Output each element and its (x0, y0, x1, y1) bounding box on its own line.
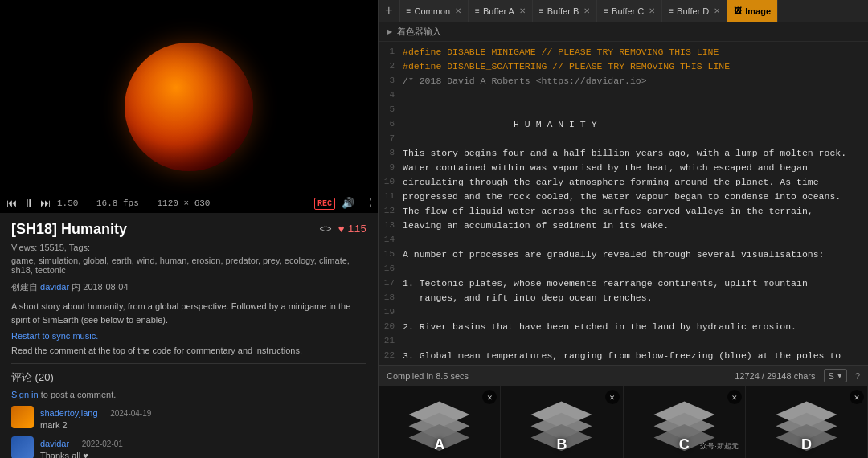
code-line: 8This story begins four and a half billi… (379, 146, 868, 161)
line-number: 11 (379, 190, 403, 203)
line-number: 13 (379, 219, 403, 232)
line-content: progressed and the rock cooled, the wate… (403, 190, 868, 203)
skip-back-button[interactable]: ⏮ (6, 198, 17, 210)
status-dropdown[interactable]: S ▾ (824, 369, 847, 382)
heart-icon[interactable]: ♥ (338, 223, 345, 235)
restart-link[interactable]: Restart to sync music. (11, 331, 366, 341)
thumb-close-c[interactable]: ✕ (727, 390, 742, 404)
code-line: 9Water contained within was vaporised by… (379, 161, 868, 175)
tab-buffer-b[interactable]: ≡ Buffer B ✕ (533, 0, 597, 22)
code-line: 1#define DISABLE_MINIGAME // PLEASE TRY … (379, 45, 868, 59)
code-line: 5 (379, 103, 868, 117)
code-line: 18 ranges, and rift into deep ocean tren… (379, 291, 868, 305)
avatar (11, 406, 34, 428)
fullscreen-button[interactable]: ⛶ (361, 198, 371, 210)
title-row: [SH18] Humanity <> ♥ 115 (11, 221, 366, 238)
code-line: 2#define DISABLE_SCATTERING // PLEASE TR… (379, 59, 868, 74)
thumb-label-b: B (556, 436, 567, 453)
tab-buffer-a[interactable]: ≡ Buffer A ✕ (469, 0, 533, 22)
help-icon[interactable]: ? (855, 371, 860, 381)
comment-date: 2022-02-01 (82, 440, 123, 448)
line-number: 1 (379, 45, 403, 59)
video-controls: ⏮ ⏸ ⏭ Compiled in 8.5 secs 1.50 16.8 fps… (0, 194, 378, 213)
line-number: 17 (379, 276, 403, 290)
tab-close-buffer-c[interactable]: ✕ (649, 6, 655, 15)
add-tab-button[interactable]: + (379, 0, 400, 22)
code-line: 10circulating through the early atmosphe… (379, 175, 868, 190)
code-line: 13leaving an accumulation of sediment in… (379, 219, 868, 233)
code-line: 14 (379, 233, 868, 247)
like-count: ♥ 115 (338, 223, 366, 235)
line-content: leaving an accumulation of sediment in i… (403, 219, 868, 232)
thumb-close-d[interactable]: ✕ (850, 390, 864, 404)
author-link[interactable]: davidar (40, 282, 69, 292)
collapse-arrow[interactable]: ▶ (387, 26, 392, 38)
planet-visual (125, 43, 253, 171)
comment-author[interactable]: davidar (40, 439, 69, 448)
code-line: 19 (379, 305, 868, 320)
chevron-down-icon: ▾ (837, 370, 842, 381)
status-bar: Compiled in 8.5 secs 12724 / 29148 chars… (379, 365, 868, 386)
sign-in-link[interactable]: Sign in (11, 390, 39, 399)
thumbnails-bar: ✕ A ✕ B ✕ C 众号·新起元 (379, 386, 868, 458)
line-content: A number of processes are gradually reve… (403, 247, 868, 261)
volume-button[interactable]: 🔊 (342, 197, 354, 210)
comment-item: shadertoyjiang 2024-04-19 mark 2 (11, 406, 366, 430)
thumb-close-b[interactable]: ✕ (605, 390, 620, 404)
tab-close-buffer-d[interactable]: ✕ (714, 6, 720, 15)
code-line: 16 (379, 262, 868, 276)
line-number: 12 (379, 204, 403, 218)
line-content: /* 2018 David A Roberts <https://davidar… (403, 74, 868, 88)
code-line: 6 H U M A N I T Y (379, 117, 868, 132)
line-number: 18 (379, 291, 403, 305)
title-icons: <> ♥ 115 (319, 223, 366, 235)
comment-body: Thanks all ♥ (40, 451, 366, 458)
line-number: 22 (379, 349, 403, 362)
line-content: 2. River basins that have been etched in… (403, 320, 868, 333)
tab-close-buffer-b[interactable]: ✕ (583, 6, 590, 15)
code-line: 7 (379, 132, 868, 146)
tab-image[interactable]: 🖼 Image (727, 0, 778, 22)
shader-title: [SH18] Humanity (11, 221, 127, 238)
tab-buffer-c[interactable]: ≡ Buffer C ✕ (597, 0, 662, 22)
comment-author[interactable]: shadertoyjiang (40, 408, 98, 418)
line-content: #define DISABLE_MINIGAME // PLEASE TRY R… (403, 45, 868, 59)
comment-body: mark 2 (40, 420, 366, 430)
sign-in-line: Sign in to post a comment. (11, 390, 366, 399)
thumb-label-c: C (679, 436, 690, 453)
char-count: 12724 / 29148 chars (735, 371, 815, 381)
tab-icon: ≡ (475, 6, 480, 15)
rec-badge: REC (314, 198, 335, 210)
line-number: 2 (379, 59, 403, 73)
tab-icon: ≡ (539, 6, 544, 15)
line-number: 19 (379, 305, 403, 319)
author-line: 创建自 davidar 内 2018-08-04 (11, 281, 366, 293)
line-number: 21 (379, 334, 403, 348)
code-line: 21 (379, 334, 868, 349)
line-number: 3 (379, 74, 403, 88)
code-line: 12The flow of liquid water across the su… (379, 204, 868, 219)
comment-text-wrap: davidar 2022-02-01 Thanks all ♥ (40, 436, 366, 458)
play-pause-button[interactable]: ⏸ (23, 198, 34, 210)
tab-close-common[interactable]: ✕ (455, 6, 461, 15)
comment-text-wrap: shadertoyjiang 2024-04-19 mark 2 (40, 406, 366, 430)
code-line: 202. River basins that have been etched … (379, 320, 868, 334)
comments-title: 评论 (20) (11, 370, 366, 385)
line-content: circulating through the early atmosphere… (403, 175, 868, 189)
tab-common[interactable]: ≡ Common ✕ (400, 0, 469, 22)
code-line: 223. Global mean temperatures, ranging f… (379, 349, 868, 363)
tab-buffer-d[interactable]: ≡ Buffer D ✕ (662, 0, 727, 22)
code-editor[interactable]: 1#define DISABLE_MINIGAME // PLEASE TRY … (379, 42, 868, 365)
comment-date: 2024-04-19 (110, 409, 151, 418)
line-content: The flow of liquid water across the surf… (403, 204, 868, 218)
code-icon[interactable]: <> (319, 223, 332, 235)
video-container: ⏮ ⏸ ⏭ Compiled in 8.5 secs 1.50 16.8 fps… (0, 0, 378, 213)
skip-forward-button[interactable]: ⏭ (40, 198, 51, 210)
thumbnail-b: ✕ B (501, 386, 623, 458)
thumb-close-a[interactable]: ✕ (482, 390, 497, 404)
code-line: 3/* 2018 David A Roberts <https://davida… (379, 74, 868, 88)
line-number: 7 (379, 132, 403, 145)
meta-tags: game, simulation, global, earth, wind, h… (11, 256, 366, 275)
line-content: This story begins four and a half billio… (403, 146, 868, 160)
tab-close-buffer-a[interactable]: ✕ (519, 6, 526, 15)
